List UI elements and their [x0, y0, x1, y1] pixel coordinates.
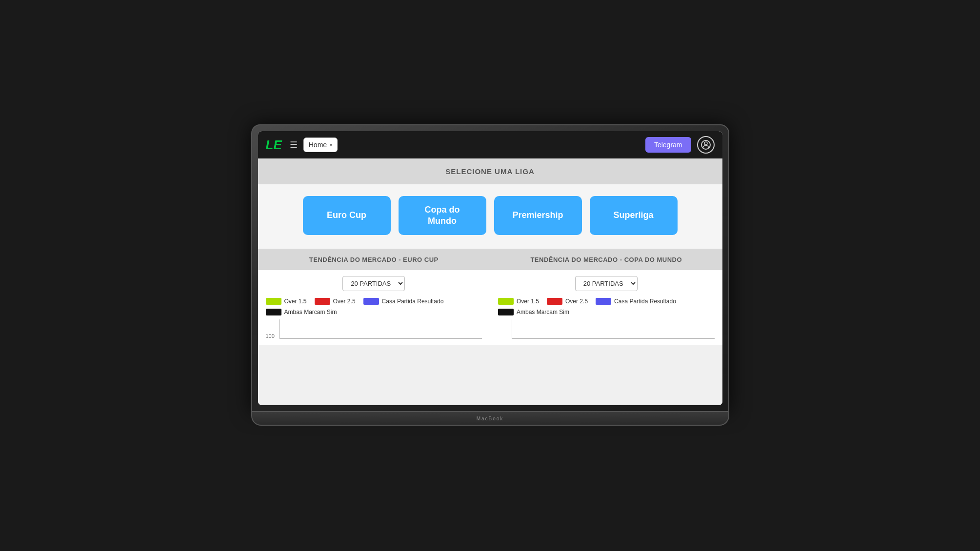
euro-cup-trend-section: TENDÊNCIA DO MERCADO - EURO CUP 10 PARTI…: [258, 249, 490, 345]
over15-label: Over 1.5: [284, 298, 307, 305]
euro-cup-trend-title: TENDÊNCIA DO MERCADO - EURO CUP: [266, 256, 482, 263]
copa-dropdown-row: 10 PARTIDAS 20 PARTIDAS 30 PARTIDAS: [498, 276, 715, 291]
laptop-screen: LE ☰ Home ▾ Telegram: [258, 131, 722, 405]
euro-cup-trend-body: 10 PARTIDAS 20 PARTIDAS 30 PARTIDAS Over…: [258, 270, 490, 345]
legend-over15: Over 1.5: [266, 298, 307, 305]
ambas-color: [266, 309, 281, 315]
user-icon: [701, 140, 711, 150]
copa-casa-color: [596, 298, 611, 305]
logo: LE: [266, 138, 282, 153]
copa-partidas-select[interactable]: 10 PARTIDAS 20 PARTIDAS 30 PARTIDAS: [575, 276, 638, 291]
copa-legend-over25: Over 2.5: [547, 298, 588, 305]
avatar[interactable]: [697, 136, 715, 154]
copa-trend-section: TENDÊNCIA DO MERCADO - COPA DO MUNDO 10 …: [490, 249, 722, 345]
laptop-brand-label: MacBook: [477, 416, 504, 421]
euro-cup-partidas-select[interactable]: 10 PARTIDAS 20 PARTIDAS 30 PARTIDAS: [342, 276, 405, 291]
legend-ambas: Ambas Marcam Sim: [266, 309, 337, 315]
casa-label: Casa Partida Resultado: [382, 298, 444, 305]
header-band: SELECIONE UMA LIGA: [258, 158, 722, 184]
premiership-button[interactable]: Premiership: [494, 196, 582, 235]
page-title: SELECIONE UMA LIGA: [267, 167, 714, 176]
nav-dropdown-label: Home: [309, 141, 327, 149]
copa-trend-body: 10 PARTIDAS 20 PARTIDAS 30 PARTIDAS Over…: [490, 270, 722, 345]
euro-cup-button[interactable]: Euro Cup: [303, 196, 391, 235]
copa-over25-color: [547, 298, 562, 305]
over25-color: [315, 298, 330, 305]
euro-cup-chart: [280, 319, 482, 339]
copa-ambas-label: Ambas Marcam Sim: [517, 309, 569, 315]
laptop-body: LE ☰ Home ▾ Telegram: [251, 124, 729, 412]
laptop-frame: LE ☰ Home ▾ Telegram: [251, 124, 729, 427]
copa-ambas-color: [498, 309, 514, 315]
euro-cup-dropdown-row: 10 PARTIDAS 20 PARTIDAS 30 PARTIDAS: [266, 276, 482, 291]
copa-trend-title: TENDÊNCIA DO MERCADO - COPA DO MUNDO: [498, 256, 715, 263]
navbar: LE ☰ Home ▾ Telegram: [258, 131, 722, 158]
copa-do-mundo-button[interactable]: Copa doMundo: [399, 196, 486, 235]
svg-point-1: [704, 142, 707, 145]
euro-cup-trend-header: TENDÊNCIA DO MERCADO - EURO CUP: [258, 249, 490, 270]
chevron-down-icon: ▾: [330, 142, 332, 148]
superliga-button[interactable]: Superliga: [590, 196, 678, 235]
over15-color: [266, 298, 281, 305]
euro-cup-legend: Over 1.5 Over 2.5 Casa Partida Resultado: [266, 298, 482, 315]
over25-label: Over 2.5: [333, 298, 356, 305]
casa-color: [363, 298, 379, 305]
copa-chart: [512, 319, 715, 339]
copa-trend-header: TENDÊNCIA DO MERCADO - COPA DO MUNDO: [490, 249, 722, 270]
copa-over15-label: Over 1.5: [517, 298, 539, 305]
hamburger-icon[interactable]: ☰: [290, 140, 298, 149]
legend-over25: Over 2.5: [315, 298, 356, 305]
copa-legend-over15: Over 1.5: [498, 298, 539, 305]
copa-legend-ambas: Ambas Marcam Sim: [498, 309, 569, 315]
league-buttons-area: Euro Cup Copa doMundo Premiership Superl…: [258, 184, 722, 249]
laptop-base: MacBook: [251, 412, 729, 426]
copa-casa-label: Casa Partida Resultado: [614, 298, 676, 305]
copa-legend-casa: Casa Partida Resultado: [596, 298, 676, 305]
copa-legend: Over 1.5 Over 2.5 Casa Partida Resultado: [498, 298, 715, 315]
telegram-button[interactable]: Telegram: [645, 137, 691, 153]
trends-row: TENDÊNCIA DO MERCADO - EURO CUP 10 PARTI…: [258, 249, 722, 345]
main-content: SELECIONE UMA LIGA Euro Cup Copa doMundo…: [258, 158, 722, 405]
copa-over25-label: Over 2.5: [565, 298, 588, 305]
chart-label-100: 100: [266, 333, 275, 339]
legend-casa: Casa Partida Resultado: [363, 298, 444, 305]
nav-dropdown[interactable]: Home ▾: [303, 138, 338, 152]
ambas-label: Ambas Marcam Sim: [284, 309, 337, 315]
copa-over15-color: [498, 298, 514, 305]
